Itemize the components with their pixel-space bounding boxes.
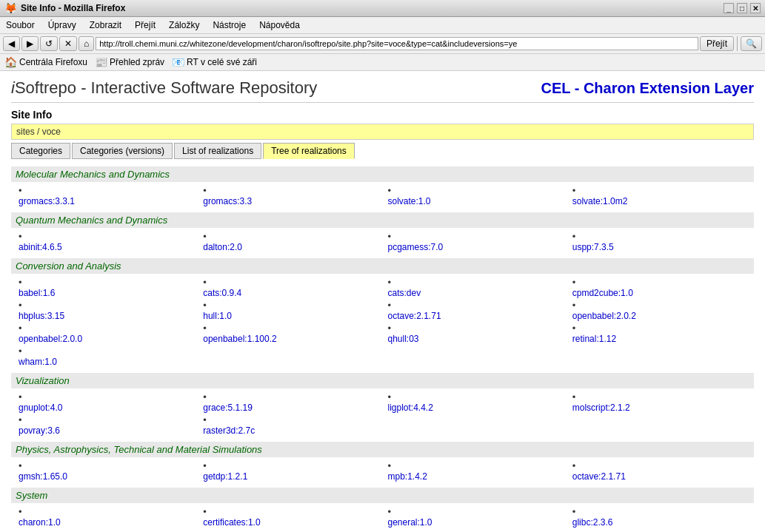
minimize-btn[interactable]: _ (724, 3, 734, 13)
item-link[interactable]: abinit:4.6.5 (19, 242, 200, 252)
category-section: Vizualization• gnuplot:4.0• grace:5.1.19… (11, 373, 754, 436)
item-link[interactable]: gromacs:3.3.1 (19, 196, 200, 206)
list-item: • hwtoken:1.0 (203, 529, 384, 532)
bullet-icon: • (19, 323, 22, 334)
item-link[interactable]: solvate:1.0 (388, 196, 569, 206)
item-link[interactable]: grace:5.1.19 (203, 403, 384, 413)
item-link[interactable]: cats:dev (388, 288, 569, 298)
category-items: • gmsh:1.65.0• getdp:1.2.1• mpb:1.4.2• o… (11, 460, 754, 482)
rt-icon: 📧 (172, 56, 184, 68)
item-link[interactable]: hull:1.0 (203, 311, 384, 321)
close-btn[interactable]: ✕ (750, 3, 761, 13)
item-link[interactable]: hbplus:3.15 (19, 311, 200, 321)
item-link[interactable]: cpmd2cube:1.0 (572, 288, 754, 298)
list-item (203, 346, 384, 367)
item-link[interactable]: dalton:2.0 (203, 242, 384, 252)
item-link[interactable]: openbabel:2.0.2 (572, 311, 754, 321)
bookmark-rt[interactable]: 📧 RT v celé své záři (172, 56, 257, 68)
tab-categories[interactable]: Categories (11, 143, 70, 159)
bullet-icon: • (572, 391, 576, 403)
category-items: • gnuplot:4.0• grace:5.1.19• ligplot:4.4… (11, 391, 754, 436)
home-button[interactable]: ⌂ (78, 36, 94, 51)
list-item (572, 346, 754, 367)
bullet-icon: • (572, 323, 576, 334)
bullet-icon: • (203, 391, 207, 403)
search-button[interactable]: 🔍 (741, 36, 762, 51)
go-button[interactable]: Přejít (700, 36, 734, 51)
bullet-icon: • (388, 506, 392, 517)
menu-upravy[interactable]: Úpravy (45, 18, 79, 32)
list-item (388, 346, 569, 367)
bullet-icon: • (19, 391, 22, 403)
item-link[interactable]: uspp:7.3.5 (572, 242, 754, 252)
bullet-icon: • (572, 277, 576, 288)
bookmark-prehled[interactable]: 📰 Přehled zpráv (95, 56, 164, 68)
item-link[interactable]: certificates:1.0 (203, 517, 384, 528)
item-link[interactable]: mpb:1.4.2 (388, 471, 569, 482)
item-link[interactable]: solvate:1.0m2 (572, 196, 754, 206)
tab-list-realizations[interactable]: List of realizations (174, 143, 261, 159)
item-link[interactable]: wham:1.0 (19, 357, 200, 367)
menu-soubor[interactable]: Soubor (3, 18, 38, 32)
item-link[interactable]: openbabel:1.100.2 (203, 334, 384, 344)
list-item: • mpb:1.4.2 (388, 460, 569, 482)
item-link[interactable]: babel:1.6 (19, 288, 200, 298)
item-link[interactable]: gromacs:3.3 (203, 196, 384, 206)
site-title: iSoftrepo - Interactive Software Reposit… (11, 78, 317, 98)
item-link[interactable]: raster3d:2.7c (203, 425, 384, 436)
list-item: • mpichrun:1.2.7p1 (388, 529, 569, 532)
item-link[interactable]: molscript:2.1.2 (572, 403, 754, 413)
category-items: • gromacs:3.3.1• gromacs:3.3• solvate:1.… (11, 185, 754, 206)
item-link[interactable]: glibc:2.3.6 (572, 517, 754, 528)
item-link[interactable]: openbabel:2.0.0 (19, 334, 200, 344)
menu-prejit[interactable]: Přejít (132, 18, 158, 32)
bullet-icon: • (572, 231, 576, 242)
list-item: • hull:1.0 (203, 300, 384, 321)
item-link[interactable]: retinal:1.12 (572, 334, 754, 344)
back-button[interactable]: ◀ (3, 36, 20, 51)
item-link[interactable]: general:1.0 (388, 517, 569, 528)
reload-button[interactable]: ↺ (40, 36, 58, 51)
address-input[interactable] (96, 37, 698, 50)
item-link[interactable]: getdp:1.2.1 (203, 471, 384, 482)
item-link[interactable]: ligplot:4.4.2 (388, 403, 569, 413)
menu-nastroje[interactable]: Nástroje (210, 18, 249, 32)
bookmark-centrala[interactable]: 🏠 Centrála Firefoxu (4, 56, 87, 68)
tabs-container: Categories Categories (versions) List of… (11, 143, 754, 159)
bullet-icon: • (388, 277, 392, 288)
item-link[interactable]: povray:3.6 (19, 425, 200, 436)
menu-napoveda[interactable]: Nápověda (256, 18, 303, 32)
item-link[interactable]: charon:1.0 (19, 517, 200, 528)
menu-zobrazit[interactable]: Zobrazit (87, 18, 124, 32)
bullet-icon: • (572, 300, 576, 311)
item-link[interactable]: cats:0.9.4 (203, 288, 384, 298)
category-items: • charon:1.0• certificates:1.0• general:… (11, 506, 754, 532)
list-item: • glibc:2.3.6 (572, 506, 754, 528)
list-item: • openbabel:2.0.0 (19, 323, 200, 344)
item-link[interactable]: octave:2.1.71 (572, 471, 754, 482)
item-link[interactable]: qhull:03 (388, 334, 569, 344)
item-link[interactable]: pcgamess:7.0 (388, 242, 569, 252)
bullet-icon: • (572, 506, 576, 517)
list-item: • solvate:1.0 (388, 185, 569, 206)
list-item: • cpmd2cube:1.0 (572, 277, 754, 298)
list-item: • wham:1.0 (19, 346, 200, 367)
firefox-icon: 🦊 (4, 2, 17, 14)
bullet-icon: • (388, 391, 392, 403)
item-link[interactable]: gnuplot:4.0 (19, 403, 200, 413)
list-item: • molscript:2.1.2 (572, 391, 754, 413)
forward-button[interactable]: ▶ (21, 36, 39, 51)
stop-button[interactable]: ✕ (59, 36, 77, 51)
item-link[interactable]: octave:2.1.71 (388, 311, 569, 321)
tab-tree-realizations[interactable]: Tree of realizations (263, 143, 355, 159)
list-item: • gromacs:3.3.1 (19, 185, 200, 206)
tab-categories-versions[interactable]: Categories (versions) (72, 143, 173, 159)
item-link[interactable]: gmsh:1.65.0 (19, 471, 200, 482)
menu-zalozky[interactable]: Záložky (166, 18, 202, 32)
list-item: • ui-voce:1.0 (572, 529, 754, 532)
maximize-btn[interactable]: □ (737, 3, 747, 13)
list-item: • uspp:7.3.5 (572, 231, 754, 252)
centrala-icon: 🏠 (4, 56, 17, 68)
category-title: Physics, Astrophysics, Technical and Mat… (11, 442, 754, 457)
list-item: • general:1.0 (388, 506, 569, 528)
